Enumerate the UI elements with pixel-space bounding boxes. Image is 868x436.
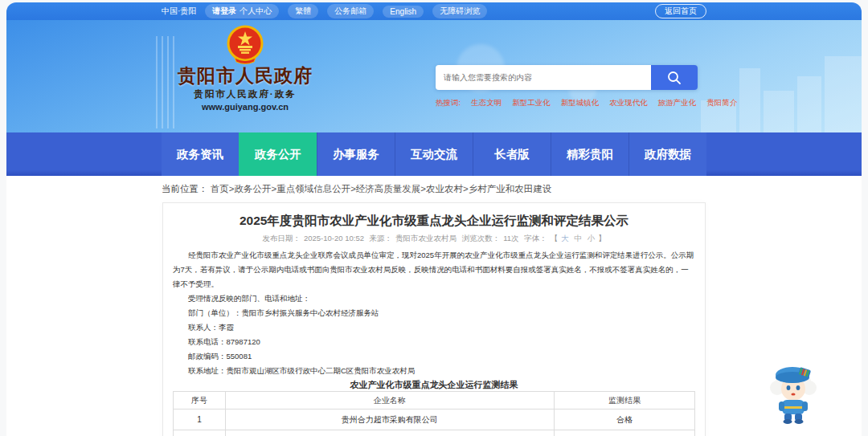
monitoring-result-table: 序号 企业名称 监测结果 1 贵州合力超市采购有限公司 合格 2 bbox=[173, 391, 695, 436]
font-bracket-open: 【 bbox=[551, 234, 559, 242]
nav-tab-zhengwu-zixun[interactable]: 政务资讯 bbox=[162, 132, 239, 176]
article-paragraph: 经贵阳市农业产业化市级重点龙头企业联席会议成员单位审定，现对2025年开展的农业… bbox=[173, 248, 695, 291]
column-header-company: 企业名称 bbox=[225, 392, 554, 410]
search-input[interactable] bbox=[436, 65, 651, 90]
nav-tab-banshi-fuwu[interactable]: 办事服务 bbox=[317, 132, 395, 176]
hot-search-link[interactable]: 农业现代化 bbox=[609, 98, 648, 108]
article-paragraph: 部门（单位）：贵阳市乡村振兴服务中心农村经济服务站 bbox=[173, 306, 695, 320]
nav-tab-hudong-jiaoliu[interactable]: 互动交流 bbox=[395, 132, 473, 176]
nav-tab-zhengfu-shuju[interactable]: 政府数据 bbox=[628, 132, 706, 176]
site-name: 贵阳市人民政府 bbox=[173, 65, 317, 86]
table-header-row: 序号 企业名称 监测结果 bbox=[174, 392, 695, 410]
views-label: 浏览次数： bbox=[462, 234, 501, 242]
table-row: 2 贵州友禾种业有限公司 合格 bbox=[174, 430, 695, 436]
column-header-index: 序号 bbox=[174, 392, 226, 410]
font-size-large-button[interactable]: 大 bbox=[561, 234, 569, 242]
banner-skyline bbox=[739, 68, 760, 132]
hot-search-label: 热搜词: bbox=[436, 98, 461, 108]
cell-index: 2 bbox=[174, 430, 226, 436]
hot-search-link[interactable]: 旅游产业化 bbox=[658, 98, 697, 108]
hot-search-link[interactable]: 新型工业化 bbox=[512, 98, 551, 108]
table-row: 1 贵州合力超市采购有限公司 合格 bbox=[174, 410, 695, 430]
profile-link[interactable]: 个人中心 bbox=[240, 6, 272, 17]
main-navigation: 政务资讯 政务公开 办事服务 互动交流 长者版 精彩贵阳 政府数据 bbox=[6, 132, 862, 176]
banner-skyline bbox=[764, 91, 794, 132]
banner-skyline bbox=[825, 56, 862, 132]
article-paragraph: 邮政编码：550081 bbox=[173, 349, 695, 364]
column-header-result: 监测结果 bbox=[554, 392, 694, 410]
site-subtitle: 贵阳市人民政府·政务 bbox=[173, 88, 317, 100]
font-size-medium-button[interactable]: 中 bbox=[574, 234, 582, 242]
breadcrumb-label: 当前位置： bbox=[162, 184, 208, 194]
source-value: 贵阳市农业农村局 bbox=[395, 234, 457, 242]
government-portal-page: 中国·贵阳 请登录 个人中心 繁體 公务邮箱 English 无障碍浏览 返回首… bbox=[6, 2, 862, 436]
breadcrumb-path[interactable]: 首页>政务公开>重点领域信息公开>经济高质量发展>农业农村>乡村产业和农田建设 bbox=[211, 184, 552, 194]
english-link[interactable]: English bbox=[383, 6, 424, 18]
table-caption: 农业产业化市级重点龙头企业运行监测结果 bbox=[173, 378, 695, 391]
banner-skyline bbox=[797, 76, 821, 132]
accessibility-link[interactable]: 无障碍浏览 bbox=[432, 4, 487, 18]
site-banner: 贵阳市人民政府 贵阳市人民政府·政务 www.guiyang.gov.cn bbox=[6, 20, 862, 132]
mascot-icon bbox=[768, 362, 818, 425]
cell-result: 合格 bbox=[554, 430, 694, 436]
content-area: 当前位置： 首页>政务公开>重点领域信息公开>经济高质量发展>农业农村>乡村产业… bbox=[6, 176, 862, 436]
article-paragraph: 联系地址：贵阳市观山湖区市级行政中心二期C区贵阳市农业农村局 bbox=[173, 364, 695, 378]
cell-index: 1 bbox=[174, 410, 226, 430]
publish-date-label: 发布日期： bbox=[262, 234, 301, 242]
article-paragraph: 联系人：李霞 bbox=[173, 320, 695, 335]
search-button[interactable] bbox=[651, 65, 698, 90]
hot-search-link[interactable]: 贵阳简介 bbox=[706, 98, 737, 108]
search-area: 热搜词: 生态文明 新型工业化 新型城镇化 农业现代化 旅游产业化 贵阳简介 bbox=[436, 65, 698, 108]
hot-search-link[interactable]: 生态文明 bbox=[471, 98, 502, 108]
font-size-label: 字体： bbox=[524, 234, 547, 242]
source-label: 来源： bbox=[370, 234, 393, 242]
mascot-widget[interactable] bbox=[768, 362, 818, 428]
back-home-button[interactable]: 返回首页 bbox=[655, 4, 706, 18]
article-title: 2025年度贵阳市农业产业化市级重点龙头企业运行监测和评定结果公示 bbox=[173, 213, 695, 229]
nav-tab-zhengwu-gongkai[interactable]: 政务公开 bbox=[239, 132, 317, 176]
login-profile-pill[interactable]: 请登录 个人中心 bbox=[205, 4, 279, 18]
publish-date: 2025-10-20 10:52 bbox=[304, 234, 364, 242]
article-meta: 发布日期：2025-10-20 10:52 来源：贵阳市农业农村局 浏览次数：1… bbox=[173, 234, 695, 243]
breadcrumb: 当前位置： 首页>政务公开>重点领域信息公开>经济高质量发展>农业农村>乡村产业… bbox=[162, 176, 706, 202]
cell-company: 贵州合力超市采购有限公司 bbox=[225, 410, 554, 430]
site-logo[interactable]: 贵阳市人民政府 贵阳市人民政府·政务 www.guiyang.gov.cn bbox=[173, 25, 317, 112]
traditional-chinese-link[interactable]: 繁體 bbox=[288, 4, 318, 18]
browser-screenshot: 中国·贵阳 请登录 个人中心 繁體 公务邮箱 English 无障碍浏览 返回首… bbox=[0, 0, 868, 436]
hot-search-link[interactable]: 新型城镇化 bbox=[561, 98, 600, 108]
article-body: 经贵阳市农业产业化市级重点龙头企业联席会议成员单位审定，现对2025年开展的农业… bbox=[173, 248, 695, 378]
official-mail-link[interactable]: 公务邮箱 bbox=[327, 4, 374, 18]
nav-tab-jingcai-guiyang[interactable]: 精彩贵阳 bbox=[551, 132, 628, 176]
national-emblem-icon bbox=[227, 25, 264, 65]
cell-company: 贵州友禾种业有限公司 bbox=[225, 430, 554, 436]
article-paragraph: 联系电话：87987120 bbox=[173, 335, 695, 349]
font-size-small-button[interactable]: 小 bbox=[588, 234, 596, 242]
article-paragraph: 受理情况反映的部门、电话和地址： bbox=[173, 291, 695, 306]
nav-tab-zhangzheban[interactable]: 长者版 bbox=[473, 132, 551, 176]
hot-search-row: 热搜词: 生态文明 新型工业化 新型城镇化 农业现代化 旅游产业化 贵阳简介 bbox=[436, 98, 698, 108]
login-link[interactable]: 请登录 bbox=[212, 6, 236, 17]
top-utility-bar: 中国·贵阳 请登录 个人中心 繁體 公务邮箱 English 无障碍浏览 返回首… bbox=[6, 2, 862, 20]
article-panel: 2025年度贵阳市农业产业化市级重点龙头企业运行监测和评定结果公示 发布日期：2… bbox=[162, 202, 706, 436]
font-bracket-close: 】 bbox=[598, 234, 606, 242]
search-icon bbox=[666, 70, 682, 86]
region-link[interactable]: 中国·贵阳 bbox=[162, 6, 196, 17]
site-url: www.guiyang.gov.cn bbox=[173, 102, 317, 112]
cell-result: 合格 bbox=[554, 410, 694, 430]
views-value: 11次 bbox=[503, 234, 518, 242]
